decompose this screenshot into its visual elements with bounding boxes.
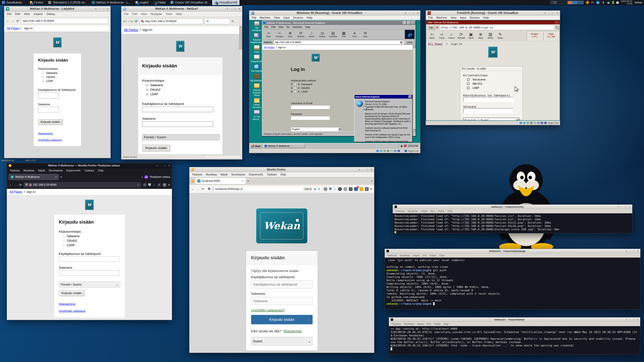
back-button[interactable]: ←	[191, 187, 195, 191]
back-button[interactable]: ⇦	[123, 19, 126, 23]
shade-button[interactable]: ∧	[405, 11, 406, 14]
menu-item[interactable]: Näytä	[420, 209, 429, 213]
vm-titlebar[interactable]: Windows 95 [Running] - Oracle VM Virtual…	[249, 10, 420, 15]
file-menu-button[interactable]: File	[427, 25, 435, 30]
extension-s-icon[interactable]: S	[157, 183, 161, 187]
address-dropdown[interactable]: ▼	[400, 41, 402, 43]
menu-item[interactable]: Tiedosto	[390, 322, 402, 326]
menu-burger-icon[interactable]: ≡	[168, 183, 170, 187]
radio-button[interactable]	[42, 72, 44, 74]
ublock-icon[interactable]: ᴗ9+	[354, 187, 358, 191]
menu-item[interactable]: Etsi	[425, 322, 432, 326]
netsurf-titlebar[interactable]: WeKan ® Multiverse - NetSurf ∧–□✕	[121, 6, 242, 11]
menu-burger-icon[interactable]: ≡	[370, 187, 372, 191]
menu-item[interactable]: Kirjanmerkit	[64, 169, 82, 173]
extension-gray-icon[interactable]: ●	[344, 187, 347, 191]
radio-button[interactable]	[467, 87, 470, 89]
menu-item[interactable]: Etsi	[421, 254, 428, 257]
password-input[interactable]	[142, 121, 213, 127]
maximize-button[interactable]: □	[633, 250, 634, 252]
clock[interactable]: 2023-05-10 22:53	[621, 0, 632, 5]
tab-list-dropdown[interactable]: ∨	[371, 179, 372, 183]
menu-item[interactable]: View	[449, 16, 458, 20]
username-input[interactable]	[38, 92, 59, 98]
signin-button[interactable]: Kirjaudu sisään	[251, 315, 312, 324]
maximize-button[interactable]: □	[407, 21, 410, 24]
ie-titlebar[interactable]: WeKan ® Multiverse - Microsoft Internet …	[262, 21, 416, 25]
menu-item[interactable]: Edit	[130, 12, 139, 16]
shade-button[interactable]: ∧	[358, 168, 360, 171]
close-button[interactable]: ✕	[412, 21, 415, 24]
username-input[interactable]	[291, 105, 330, 109]
menu-item[interactable]: Machine	[435, 16, 448, 20]
minimize-button[interactable]: –	[99, 7, 100, 10]
menu-item[interactable]: Tiedosto	[386, 254, 398, 257]
minimize-button[interactable]: –	[548, 11, 550, 14]
menu-item[interactable]: Machine	[258, 16, 272, 20]
toolbar-button[interactable]: ✎ Tools	[495, 32, 505, 39]
tab-list-dropdown[interactable]: ∨	[141, 175, 143, 178]
menu-item[interactable]: Kirjanmerkit	[247, 173, 264, 177]
extension-shield-icon[interactable]	[329, 188, 332, 191]
toolbar-button[interactable]: ⟳ Reload	[456, 32, 466, 39]
menu-item[interactable]: Go	[285, 25, 291, 29]
radio-button[interactable]	[146, 84, 148, 86]
desktop-icon[interactable]: My Briefcase	[250, 74, 263, 82]
extension-grid-icon[interactable]: ⠿	[349, 187, 352, 191]
maximize-button[interactable]: □	[552, 11, 554, 14]
task-button[interactable]: nsgtk3 2	[133, 0, 151, 5]
menu-item[interactable]: Pääte	[432, 322, 442, 326]
vertical-scrollbar[interactable]: ▲ ▼	[412, 45, 416, 132]
menu-item[interactable]: File	[263, 25, 270, 29]
maximize-button[interactable]: □	[164, 164, 166, 167]
toolbar-button[interactable]: A Font	[349, 31, 360, 38]
menu-item[interactable]: Devices	[468, 16, 481, 20]
minimize-button[interactable]: –	[409, 11, 410, 14]
tray-app-icon[interactable]	[585, 0, 590, 4]
language-select[interactable]: English ▼	[291, 127, 342, 131]
desktop-icon[interactable]: To The Micros...	[250, 110, 263, 120]
keyboard-layout-indicator[interactable]: FI	[591, 1, 594, 4]
terminal-titlebar[interactable]: wekan@z: ~/repos/w/php/page ∧–□✕	[385, 249, 640, 253]
workspace-pager[interactable]	[550, 1, 584, 4]
toolbar-button[interactable]: ⇦ Back	[427, 32, 437, 39]
back-history-dropdown[interactable]: ▾	[128, 20, 129, 22]
shade-button[interactable]: ∧	[95, 7, 97, 10]
close-button[interactable]: ✕	[629, 205, 630, 208]
menu-item[interactable]: Inspect	[32, 12, 44, 16]
shade-button[interactable]: ∧	[618, 205, 619, 208]
address-bar[interactable]: http://192.168.0.20:8000/ ▼	[274, 40, 404, 44]
desktop-icon[interactable]: Inbox	[250, 45, 263, 53]
scroll-up-icon[interactable]: ▲	[413, 45, 416, 48]
desktop-icon[interactable]: Recycle Bin	[250, 55, 263, 63]
close-button[interactable]: ✕	[168, 164, 170, 167]
close-button[interactable]: ✕	[408, 95, 412, 98]
applications-menu[interactable]: Sovellukset ⋮	[0, 0, 27, 5]
extension-s-icon[interactable]: S	[338, 187, 342, 191]
forward-button[interactable]: →	[11, 19, 14, 23]
menu-item[interactable]: Tiedosto	[394, 209, 406, 213]
menu-item[interactable]: Sivuhistoria	[230, 173, 247, 177]
search-box[interactable]: G	[205, 18, 230, 24]
shade-button[interactable]: ∧	[156, 164, 158, 167]
toolbar-button[interactable]: ▥ Book	[486, 32, 495, 39]
menu-item[interactable]: Näytä	[412, 254, 421, 257]
menu-item[interactable]: Input	[282, 16, 291, 20]
radio-button[interactable]	[146, 93, 148, 95]
desktop-icon[interactable]: My Computer	[250, 21, 263, 31]
desktop-icon[interactable]: Internet Explorer Setup	[250, 83, 263, 96]
menu-item[interactable]: Ohje	[442, 322, 450, 326]
bookmark-star-icon[interactable]: ★	[318, 187, 320, 191]
terminal-titlebar[interactable]: wekan@z: ~/repos/wekan ∧–□✕	[389, 318, 640, 322]
firefox-titlebar[interactable]: Mozilla Firefox ∧–□✕	[189, 167, 374, 172]
username-input[interactable]	[251, 280, 312, 289]
menu-item[interactable]: Tools	[164, 12, 174, 16]
minimize-button[interactable]: –	[231, 7, 232, 10]
toolbar-button[interactable]: ▤ Favorites	[328, 31, 338, 38]
close-button[interactable]: ✕	[556, 11, 558, 14]
radio-button[interactable]	[467, 82, 470, 85]
radio-button[interactable]	[294, 91, 296, 93]
close-button[interactable]: ✕	[370, 168, 372, 171]
password-input[interactable]	[59, 270, 119, 276]
signin-button[interactable]: Kirjaudu sisään	[38, 119, 62, 125]
